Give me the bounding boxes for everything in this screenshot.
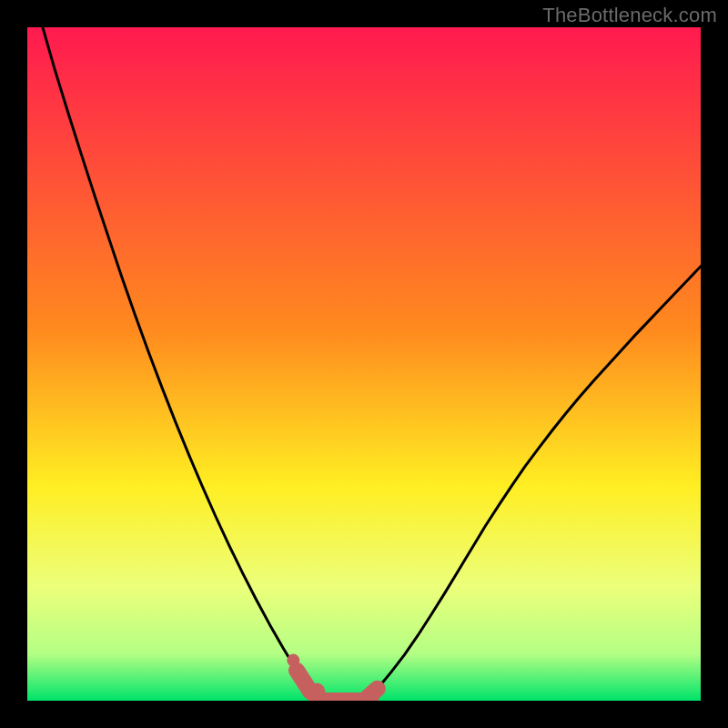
chart-svg xyxy=(27,27,701,701)
chart-frame: TheBottleneck.com xyxy=(0,0,728,728)
highlight-dot xyxy=(308,683,325,700)
gradient-background xyxy=(27,27,701,701)
highlight-dot xyxy=(287,654,299,667)
plot-area xyxy=(27,27,701,701)
watermark-text: TheBottleneck.com xyxy=(542,4,717,27)
